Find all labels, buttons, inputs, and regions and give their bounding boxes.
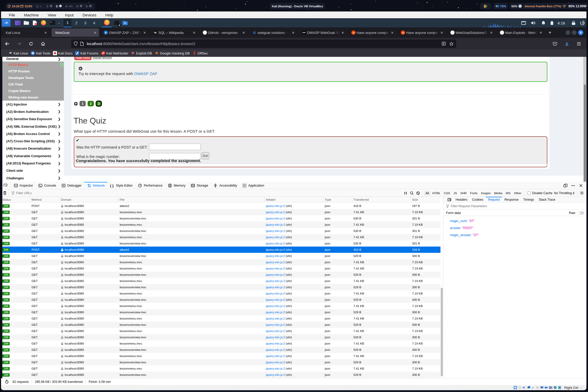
network-request-row[interactable]: 200 GET localhost:8080 lessonmenu.mvc jq… [1, 259, 440, 265]
sidebar-lesson-item[interactable]: CIA Triad [2, 81, 64, 88]
tab-close-icon[interactable]: ✕ [44, 31, 48, 35]
disable-cache-checkbox[interactable]: Disable Cache [527, 191, 552, 195]
browser-tab[interactable]: WebGoatSolutions/S ✕ [448, 28, 495, 37]
network-request-row[interactable]: 200 GET localhost:8080 lessonoverview.mv… [1, 253, 440, 259]
network-request-row[interactable]: 200 GET localhost:8080 lessonoverview.mv… [1, 347, 440, 353]
vbox-menu-item[interactable]: View [48, 13, 56, 17]
bookmark-item[interactable]: Kali Linux [7, 51, 29, 55]
kali-workspace-4[interactable]: 4 [90, 18, 98, 27]
network-request-row[interactable]: 200 GET localhost:8080 lessonmenu.mvc jq… [1, 353, 440, 359]
column-header-status[interactable]: Status [1, 197, 30, 203]
taskbar-downloads-folder[interactable] [122, 20, 128, 26]
type-filter-button[interactable]: Fonts [468, 191, 479, 195]
vbox-menu-item[interactable]: Devices [83, 13, 96, 17]
taskbar-terminal-icon[interactable]: $- [49, 20, 57, 26]
devtools-tab[interactable]: Memory [165, 182, 188, 189]
checkbox-box[interactable] [527, 191, 531, 195]
network-request-row[interactable]: 200 GET localhost:8080 lessonoverview.mv… [1, 322, 440, 328]
sidebar-category-item[interactable]: (A8) Insecure Deserialization❯ [2, 145, 64, 152]
url-bar[interactable]: localhost:8080/WebGoat/start.mvc#lesson/… [71, 40, 456, 48]
lock-screen-icon[interactable] [572, 21, 575, 25]
browser-tab[interactable]: WebGoat ✕ [52, 28, 99, 37]
type-filter-button[interactable]: WS [504, 191, 512, 195]
devtools-tab[interactable]: Network [84, 182, 107, 189]
initiator-link[interactable]: jquery.min.js:2 [266, 248, 285, 251]
kali-workspace-2[interactable]: 2 [72, 18, 80, 27]
network-request-row[interactable]: 200 GET localhost:8080 lessonmenu.mvc jq… [1, 315, 440, 322]
window-minimize-button[interactable] [566, 30, 570, 35]
page-scrollbar-thumb[interactable] [584, 84, 586, 182]
network-request-row[interactable]: 200 GET localhost:8080 lessonoverview.mv… [1, 297, 440, 303]
bookmark-item[interactable]: Exploit-DB [130, 51, 153, 55]
page-button-1[interactable]: 1 [79, 101, 86, 106]
throttling-dropdown[interactable]: No Throttling [554, 191, 575, 195]
bookmark-item[interactable]: Kali Tools [30, 51, 51, 55]
details-tab[interactable]: Request [486, 197, 502, 203]
taskbar-terminal-purple-icon[interactable]: _ [14, 20, 21, 26]
bookmark-star-icon[interactable] [449, 42, 454, 46]
workspace-indicator[interactable]: 4:</> [65, 5, 73, 8]
bookmark-item[interactable]: Kali NetHunter [100, 51, 129, 55]
devtools-tab[interactable]: { }Style Editor [107, 182, 135, 189]
table-scrollbar-thumb[interactable] [441, 288, 443, 376]
sidebar-category-item[interactable]: (A8:2013) Request Forgeries❯ [2, 160, 64, 167]
question-1-input[interactable] [149, 144, 201, 150]
devtools-meatball-menu-icon[interactable] [570, 182, 577, 189]
workspace-indicator[interactable]: 2: [46, 5, 52, 8]
initiator-link[interactable]: jquery.min.js:2 [266, 267, 285, 270]
host-brightness-pill[interactable]: 50% [510, 3, 524, 9]
bookmark-item[interactable]: Kali Forums [74, 51, 99, 55]
network-request-row[interactable]: 200 GET localhost:8080 lessonoverview.mv… [1, 309, 440, 315]
type-filter-button[interactable]: XHR [459, 191, 468, 195]
initiator-link[interactable]: jquery.min.js:2 [266, 236, 285, 239]
initiator-link[interactable]: jquery.min.js:2 [266, 361, 285, 364]
filter-urls-input[interactable]: Filter URLs [9, 191, 402, 195]
host-tray-pill[interactable] [480, 3, 491, 9]
initiator-link[interactable]: jquery.min.js:2 [266, 367, 285, 370]
devtools-tab[interactable]: Console [35, 182, 59, 189]
split-panel-icon[interactable] [445, 197, 453, 203]
details-tab[interactable]: Headers [453, 197, 470, 203]
notifications-tray-icon[interactable] [541, 21, 546, 25]
type-filter-button[interactable]: Other [512, 191, 523, 195]
type-filter-button[interactable]: HTML [431, 191, 442, 195]
column-header-initiator[interactable]: Initiator [265, 197, 323, 203]
page-info-icon[interactable] [80, 42, 84, 46]
initiator-link[interactable]: jquery.min.js:2 [266, 217, 285, 220]
sidebar-lesson-item[interactable]: Developer Tools [2, 75, 64, 81]
logout-icon[interactable] [580, 21, 585, 25]
network-request-row[interactable]: 200 GET localhost:8080 lessonoverview.mv… [1, 215, 440, 222]
tab-close-icon[interactable]: ✕ [489, 31, 493, 35]
initiator-link[interactable]: jquery.min.js:2 [266, 336, 285, 339]
devtools-tab[interactable]: Debugger [59, 182, 84, 189]
reader-mode-icon[interactable] [442, 42, 446, 46]
details-tab[interactable]: Stack Trace [536, 197, 558, 203]
taskbar-texteditor-icon[interactable] [32, 20, 38, 26]
initiator-link[interactable]: jquery.min.js:2 [266, 304, 285, 308]
browser-tab[interactable]: OWASP ZAP – ZAP i ✕ [101, 28, 149, 37]
details-tab[interactable]: Timings [521, 197, 536, 203]
tab-close-icon[interactable]: ✕ [192, 31, 196, 35]
menu-button[interactable] [575, 40, 583, 48]
bookmark-item[interactable]: OffSec [191, 51, 209, 55]
network-manager-icon[interactable] [521, 21, 526, 25]
bookmark-item[interactable]: Kali Docs [52, 51, 74, 55]
initiator-link[interactable]: jquery.min.js:2 [266, 204, 285, 207]
details-tab[interactable]: Cookies [470, 197, 486, 203]
initiator-link[interactable]: jquery.min.js:2 [266, 279, 285, 283]
column-header-size[interactable]: Size [411, 197, 440, 203]
raw-toggle[interactable] [577, 211, 584, 215]
initiator-link[interactable]: jquery.min.js:2 [266, 261, 285, 264]
network-request-row[interactable]: 200 GET localhost:8080 lessonmenu.mvc jq… [1, 340, 440, 347]
network-request-row[interactable]: 200 POST localhost:8080 attack2 jquery.m… [1, 203, 440, 209]
sidebar-category-item[interactable]: (A7) Cross-Site Scripting (XSS)❯ [2, 137, 64, 145]
browser-tab[interactable]: Have anyone comple ✕ [349, 28, 396, 37]
network-request-row[interactable]: 200 GET localhost:8080 lessonmenu.mvc jq… [1, 209, 440, 215]
network-request-row[interactable]: 200 GET localhost:8080 lessonmenu.mvc jq… [1, 365, 440, 372]
kali-workspace-3[interactable]: 3 [81, 18, 89, 27]
owasp-zap-link[interactable]: OWASP ZAP [134, 71, 157, 76]
browser-tab[interactable]: webgoat solutions - ✕ [250, 28, 297, 37]
tab-close-icon[interactable]: ✕ [242, 31, 246, 35]
workspace-indicator[interactable]: 6: [86, 5, 92, 8]
page-button-2[interactable]: 2 [88, 101, 94, 106]
